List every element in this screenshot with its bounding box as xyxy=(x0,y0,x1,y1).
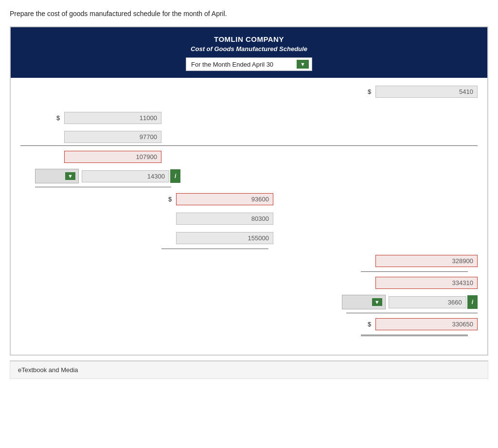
info-btn-2[interactable]: i xyxy=(467,295,478,309)
period-arrow-icon: ▼ xyxy=(297,60,309,69)
field-3[interactable] xyxy=(64,131,161,143)
dropdown-1[interactable]: ▼ xyxy=(35,169,79,183)
col4-r9 xyxy=(273,255,478,267)
schedule-title: Cost of Goods Manufactured Schedule xyxy=(16,45,482,53)
row5-content: ▼ i xyxy=(35,169,478,183)
spacer-1 xyxy=(20,102,478,109)
col3-r7 xyxy=(161,213,273,225)
schedule-body: $ $ xyxy=(11,78,487,355)
dropdown-2[interactable]: ▼ xyxy=(342,295,386,309)
row-6: $ xyxy=(20,190,478,208)
field-1[interactable] xyxy=(375,86,478,98)
col4-r11: ▼ i xyxy=(273,295,478,309)
row-10 xyxy=(20,274,478,291)
dollar-r1: $ xyxy=(368,88,374,95)
field-5[interactable] xyxy=(82,170,169,182)
col3-r8 xyxy=(161,232,273,244)
underline-9 xyxy=(20,271,478,272)
page-container: Prepare the cost of goods manufactured s… xyxy=(0,0,498,379)
dollar-r2: $ xyxy=(56,114,62,122)
field-12[interactable] xyxy=(375,318,478,330)
field-8[interactable] xyxy=(176,232,273,244)
underline-5 xyxy=(20,187,478,187)
field-2[interactable] xyxy=(64,112,161,124)
col2-r4 xyxy=(35,151,161,163)
col4-r12: $ xyxy=(273,318,478,330)
dropdown-1-arrow-icon: ▼ xyxy=(65,172,75,180)
col4-r1: $ xyxy=(273,86,478,98)
period-dropdown[interactable]: For the Month Ended April 30 ▼ xyxy=(186,57,312,71)
etextbook-label: eTextbook and Media xyxy=(18,366,78,374)
spacer-end xyxy=(20,338,478,345)
row-2: $ xyxy=(20,109,478,126)
row-9 xyxy=(20,252,478,269)
row-1: $ xyxy=(20,83,478,100)
field-6[interactable] xyxy=(176,193,273,205)
double-underline-12 xyxy=(20,335,478,336)
period-label: For the Month Ended April 30 xyxy=(191,61,273,68)
row-4 xyxy=(20,148,478,165)
intro-text: Prepare the cost of goods manufactured s… xyxy=(10,10,488,18)
field-7[interactable] xyxy=(176,213,273,225)
field-4[interactable] xyxy=(64,151,161,163)
underline-11 xyxy=(20,313,478,313)
field-10[interactable] xyxy=(375,277,478,289)
schedule-box: TOMLIN COMPANY Cost of Goods Manufacture… xyxy=(10,26,488,356)
row-3 xyxy=(20,128,478,146)
col2-r3 xyxy=(35,131,161,143)
col4-r10 xyxy=(273,277,478,289)
col2-r2: $ xyxy=(35,112,161,124)
dropdown-2-arrow-icon: ▼ xyxy=(372,298,382,306)
row-11: ▼ i xyxy=(20,293,478,311)
row-5: ▼ i xyxy=(20,167,478,185)
schedule-header: TOMLIN COMPANY Cost of Goods Manufacture… xyxy=(11,27,487,78)
field-11[interactable] xyxy=(389,296,466,308)
company-name: TOMLIN COMPANY xyxy=(16,35,482,43)
info-btn-1[interactable]: i xyxy=(170,169,180,183)
row-8 xyxy=(20,229,478,247)
dollar-r6: $ xyxy=(168,196,174,203)
col3-r6: $ xyxy=(161,193,273,205)
row-12: $ xyxy=(20,315,478,333)
row-7 xyxy=(20,210,478,227)
dollar-r12: $ xyxy=(368,321,374,328)
field-9[interactable] xyxy=(375,255,478,267)
etextbook-bar: eTextbook and Media xyxy=(10,360,488,379)
underline-8 xyxy=(20,249,478,249)
